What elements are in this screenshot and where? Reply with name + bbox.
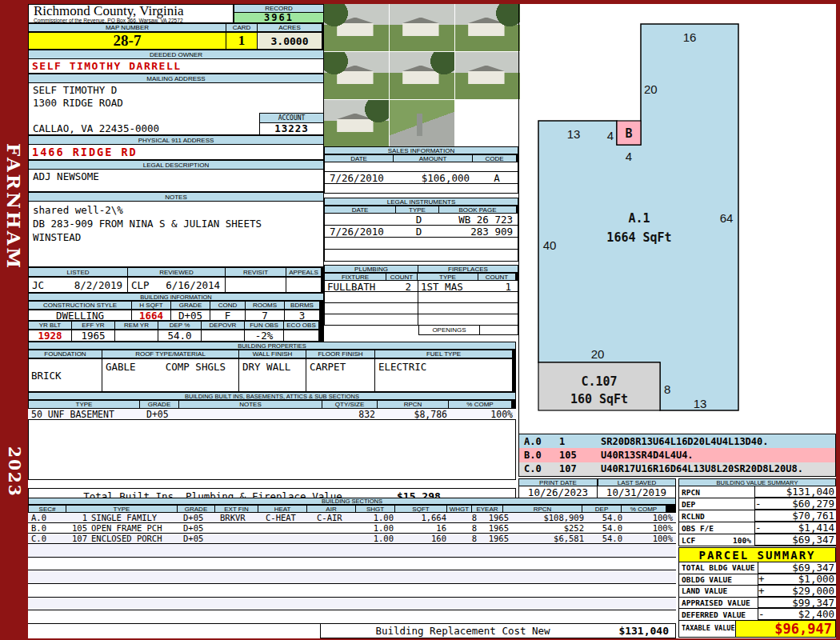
pf-empty-row <box>324 292 518 303</box>
sec-type-cell: 107ENCLOSED PORCH <box>66 534 178 543</box>
account-number: 13223 <box>260 123 323 134</box>
sec-whgt: 8 <box>453 513 478 522</box>
parcel-row: LAND VALUE + $29,000 <box>678 586 836 598</box>
plumbing-row: FULLBATH 2 <box>325 281 418 293</box>
roof-material: COMP SHGLS <box>166 361 226 373</box>
sketch-code-row: A.0 1 SR20D8R13U64L16D20L4U4L13D40. <box>519 434 835 448</box>
roof-type: GABLE <box>106 361 136 373</box>
property-photo <box>390 100 454 147</box>
county-title: Richmond County, Virginia <box>34 5 233 18</box>
sec-code: 105 <box>66 523 87 533</box>
sec-comp: 100% <box>630 513 676 522</box>
code-sec: A.0 <box>524 436 559 447</box>
parcel-label: APPRAISED VALUE <box>678 598 758 610</box>
roof-type-material: GABLE COMP SHGLS <box>102 359 238 391</box>
dim-b-left: 4 <box>607 129 614 142</box>
pf-empty-row <box>324 303 518 314</box>
legal-instruments-title: LEGAL INSTRUMENTS <box>324 198 518 206</box>
dim-left: 40 <box>543 238 557 252</box>
district-label: FARNHAM <box>0 134 28 278</box>
dim-c-top: 20 <box>591 347 605 361</box>
openings-row: OPENINGS <box>324 326 518 335</box>
mailing-address: SELF TIMOTHY D 1300 RIDGE ROAD CALLAO, V… <box>28 83 324 135</box>
photo-placeholder <box>455 100 520 147</box>
reviewed-value: CLP 6/16/2014 <box>128 278 225 292</box>
whgt-col-label: WHGT <box>447 506 471 512</box>
economic-obs <box>284 330 318 341</box>
building-value-summary: BUILDING VALUE SUMMARY RPCN $131,040 DEP… <box>678 478 836 546</box>
sec-comp: 100% <box>630 523 676 533</box>
sketch-code-row: B.0 105 U40R13SR4D4L4U4. <box>519 448 835 462</box>
sale-amount: $106,000 <box>394 172 474 184</box>
parcel-row: OBLDG VALUE + $1,000 <box>678 574 836 586</box>
taxable-row: TAXABLE VALUE $96,947 <box>678 621 836 638</box>
dim-b-bottom: 4 <box>626 150 632 163</box>
bi-notes-label: NOTES <box>179 401 322 408</box>
built-ins-empty-area <box>28 420 516 480</box>
extfin-col-label: EXT FIN <box>215 506 258 512</box>
parcel-label: LAND VALUE <box>678 586 758 598</box>
sec-whgt: 8 <box>453 534 478 543</box>
deeded-owner-label: DEEDED OWNER <box>28 50 324 59</box>
fireplaces-title: FIREPLACES <box>418 266 518 272</box>
hsqft-label: H SQFT <box>132 302 170 309</box>
sec-id: A.0 <box>28 513 66 522</box>
dim-right: 64 <box>720 211 734 225</box>
grade-col-label: GRADE <box>178 506 214 512</box>
eyear-col-label: EYEAR <box>472 506 502 512</box>
county-header: Richmond County, Virginia Commissioner o… <box>28 4 234 23</box>
legal-description: ADJ NEWSOME <box>28 170 324 192</box>
identification-panel: Richmond County, Virginia Commissioner o… <box>28 4 324 342</box>
sec-extfin: BRKVR <box>217 513 261 522</box>
air-col-label: AIR <box>307 506 355 512</box>
property-record-card: FARNHAM 2023 Richmond County, Virginia C… <box>0 0 840 640</box>
condition: F <box>210 310 245 320</box>
parcel-value: $69,347 <box>768 562 836 574</box>
bi-comp-label: % COMP <box>449 401 511 408</box>
bvs-value: $131,040 <box>765 486 836 498</box>
bi-rpcn-label: RPCN <box>378 401 448 408</box>
taxable-value: $96,947 <box>736 621 836 638</box>
parcel-sign: + <box>758 573 768 585</box>
code-num: 105 <box>559 450 601 461</box>
record-number: 3961 <box>234 13 324 23</box>
comp-col-label: % COMP <box>622 506 666 512</box>
bvs-sign: - <box>755 498 765 510</box>
sec-shgt: 1.00 <box>360 534 400 543</box>
bi-type-label: TYPE <box>29 401 139 408</box>
revisit-label: REVISIT <box>226 268 286 276</box>
sec-whgt: 8 <box>453 523 478 533</box>
bi-type: 50 UNF BASEMENT <box>28 409 140 420</box>
wall-finish-label: WALL FINISH <box>239 350 306 358</box>
parcel-value: $99,347 <box>768 597 836 609</box>
remyr-label: REM YR <box>115 322 158 329</box>
bi-rpcn: $8,786 <box>380 409 452 420</box>
grade: D+05 <box>171 310 210 320</box>
grade-label: GRADE <box>171 302 210 309</box>
sec-type: OPEN FRAME PCH <box>91 523 162 533</box>
bvs-label: RPCN <box>682 488 700 497</box>
li-book: WB 26 723 <box>441 214 519 226</box>
property-photo <box>324 52 389 99</box>
bi-grade: D+05 <box>140 409 180 420</box>
sec-sqft: 16 <box>400 523 453 533</box>
sketch-code-row: C.0 107 U40R17U16R16D64L13U8L20SR20D8L20… <box>519 462 835 476</box>
sales-row: 7/26/2010 $106,000 A <box>324 172 518 184</box>
building-information-title: BUILDING INFORMATION <box>28 293 324 301</box>
bvs-value: $60,279 <box>765 498 836 510</box>
li-type: D <box>397 214 441 226</box>
yrblt-label: YR BLT <box>29 322 71 329</box>
bvs-row: RCLND $70,761 <box>678 510 836 522</box>
building-section-row: A.0 1SINGLE FAMILY D+05 BRKVR C-HEAT C-A… <box>28 513 676 523</box>
pf-empty-row <box>324 314 518 326</box>
sec-sqft: 1,664 <box>400 513 453 522</box>
li-type-label: TYPE <box>396 206 438 213</box>
sec-eyear: 1965 <box>478 513 510 522</box>
appeals-value <box>286 278 321 292</box>
fixture-label: FIXTURE <box>325 274 386 280</box>
building-section-row: B.0 105OPEN FRAME PCH D+05 1.00 16 8 196… <box>28 523 676 534</box>
floor-finish: CARPET <box>306 359 374 391</box>
dim-upper-left: 20 <box>644 82 658 96</box>
sec-shgt: 1.00 <box>360 523 400 533</box>
rooms: 7 <box>246 310 284 320</box>
